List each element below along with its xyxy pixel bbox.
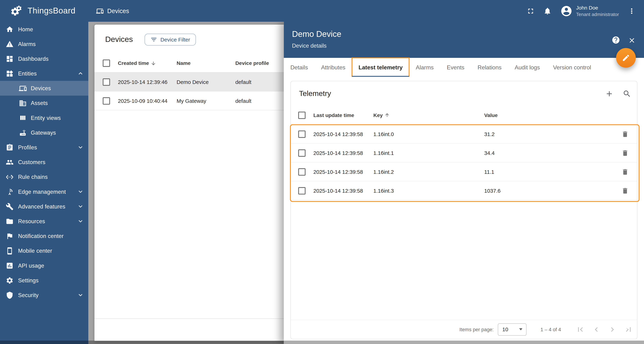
home-icon	[6, 25, 14, 33]
row-checkbox[interactable]	[298, 149, 306, 157]
row-checkbox[interactable]	[103, 78, 110, 85]
sidebar-item-mobile-center[interactable]: Mobile center	[0, 243, 88, 258]
column-last-update-time[interactable]: Last update time	[313, 112, 354, 118]
user-avatar-icon	[560, 5, 572, 17]
sidebar-item-rule-chains[interactable]: Rule chains	[0, 169, 88, 184]
device-profile: default	[235, 98, 251, 104]
first-page-icon[interactable]	[576, 325, 585, 334]
device-created-time: 2025-10-14 12:39:46	[118, 79, 168, 85]
telemetry-row[interactable]: 2025-10-14 12:39:58 1.16int.2 11.1	[291, 162, 637, 181]
thingsboard-logo-icon	[10, 4, 24, 17]
column-created-time[interactable]: Created time	[118, 60, 156, 66]
add-telemetry-icon[interactable]	[605, 89, 614, 98]
tab-events[interactable]: Events	[440, 58, 471, 77]
sidebar-item-label: Entity views	[31, 115, 61, 121]
row-checkbox[interactable]	[298, 168, 306, 175]
sidebar-item-settings[interactable]: Settings	[0, 273, 88, 288]
items-per-page-select[interactable]: 10	[498, 323, 526, 335]
top-header: ThingsBoard Devices John Doe Tenant admi…	[0, 0, 644, 22]
next-page-icon[interactable]	[608, 325, 617, 334]
delete-telemetry-icon[interactable]	[621, 168, 629, 175]
sidebar: Home Alarms Dashboards Entities Devices …	[0, 22, 88, 344]
sidebar-item-entity-views[interactable]: Entity views	[0, 110, 88, 125]
more-options-icon[interactable]	[628, 7, 636, 15]
sort-asc-icon	[384, 112, 390, 118]
column-device-profile[interactable]: Device profile	[235, 60, 269, 66]
tab-audit-logs[interactable]: Audit logs	[508, 58, 546, 77]
settings-gear-icon	[6, 276, 14, 284]
delete-telemetry-icon[interactable]	[621, 187, 629, 194]
tab-attributes[interactable]: Attributes	[314, 58, 352, 77]
telemetry-time: 2025-10-14 12:39:58	[313, 169, 363, 175]
sidebar-item-customers[interactable]: Customers	[0, 155, 88, 169]
last-page-icon[interactable]	[624, 325, 633, 334]
tab-latest-telemetry[interactable]: Latest telemetry	[352, 58, 409, 77]
telemetry-value: 34.4	[484, 150, 495, 156]
sidebar-item-security[interactable]: Security	[0, 288, 88, 302]
sidebar-item-resources[interactable]: Resources	[0, 214, 88, 229]
sidebar-item-api-usage[interactable]: API usage	[0, 258, 88, 273]
search-icon[interactable]	[622, 89, 631, 98]
sidebar-item-label: Mobile center	[18, 248, 52, 254]
sidebar-item-label: Edge management	[18, 189, 66, 195]
column-name[interactable]: Name	[177, 60, 191, 66]
column-key[interactable]: Key	[373, 112, 390, 118]
previous-page-icon[interactable]	[592, 325, 601, 334]
sidebar-item-label: Profiles	[18, 144, 37, 150]
close-icon[interactable]	[628, 36, 636, 44]
device-filter-button[interactable]: Device Filter	[144, 33, 196, 45]
tab-relations[interactable]: Relations	[471, 58, 508, 77]
delete-telemetry-icon[interactable]	[621, 130, 629, 138]
sidebar-item-label: Devices	[31, 85, 51, 91]
device-details-drawer: Demo Device Device details Details Attri…	[284, 22, 644, 344]
sidebar-item-profiles[interactable]: Profiles	[0, 140, 88, 155]
sidebar-item-assets[interactable]: Assets	[0, 96, 88, 110]
telemetry-header: Telemetry	[291, 81, 637, 106]
sidebar-item-label: Rule chains	[18, 174, 48, 180]
column-value[interactable]: Value	[484, 112, 498, 118]
sidebar-item-label: Alarms	[18, 41, 36, 47]
sidebar-item-label: Entities	[18, 70, 37, 76]
sidebar-item-gateways[interactable]: Gateways	[0, 125, 88, 140]
row-checkbox[interactable]	[298, 130, 306, 138]
telemetry-row[interactable]: 2025-10-14 12:39:58 1.16int.3 1037.6	[291, 181, 637, 200]
api-usage-chart-icon	[6, 262, 14, 269]
user-name: John Doe	[576, 5, 619, 11]
sidebar-item-edge-management[interactable]: Edge management	[0, 184, 88, 199]
sidebar-item-notification-center[interactable]: Notification center	[0, 229, 88, 243]
telemetry-card: Telemetry Last update time Key	[290, 81, 637, 339]
gateways-icon	[19, 129, 26, 136]
select-all-checkbox[interactable]	[103, 59, 110, 67]
sidebar-item-home[interactable]: Home	[0, 22, 88, 36]
help-icon[interactable]	[612, 36, 620, 44]
app-logo[interactable]: ThingsBoard	[0, 4, 84, 17]
resources-folder-icon	[6, 217, 14, 225]
sidebar-item-alarms[interactable]: Alarms	[0, 36, 88, 51]
sidebar-item-devices[interactable]: Devices	[0, 81, 88, 96]
drawer-title: Demo Device	[292, 29, 636, 39]
sidebar-item-entities[interactable]: Entities	[0, 66, 88, 81]
chevron-down-icon	[77, 188, 84, 195]
row-checkbox[interactable]	[103, 97, 110, 104]
telemetry-row[interactable]: 2025-10-14 12:39:58 1.16int.0 31.2	[291, 125, 637, 144]
fullscreen-icon[interactable]	[526, 7, 535, 15]
chevron-down-icon	[77, 218, 84, 225]
delete-telemetry-icon[interactable]	[621, 149, 629, 157]
telemetry-time: 2025-10-14 12:39:58	[313, 150, 363, 156]
notifications-bell-icon[interactable]	[543, 7, 552, 15]
row-checkbox[interactable]	[298, 187, 306, 194]
sidebar-item-dashboards[interactable]: Dashboards	[0, 51, 88, 66]
pencil-icon	[622, 54, 630, 62]
telemetry-time: 2025-10-14 12:39:58	[313, 187, 363, 194]
telemetry-actions	[605, 89, 631, 98]
user-menu[interactable]: John Doe Tenant administrator	[560, 5, 619, 17]
telemetry-row[interactable]: 2025-10-14 12:39:58 1.16int.1 34.4	[291, 144, 637, 162]
edit-device-fab[interactable]	[616, 48, 636, 68]
tab-version-control[interactable]: Version control	[546, 58, 598, 77]
sidebar-item-label: Notification center	[18, 233, 64, 239]
sidebar-item-advanced-features[interactable]: Advanced features	[0, 199, 88, 214]
device-profile: default	[235, 79, 251, 85]
tab-details[interactable]: Details	[284, 58, 314, 77]
select-all-checkbox[interactable]	[298, 111, 306, 119]
tab-alarms[interactable]: Alarms	[409, 58, 440, 77]
